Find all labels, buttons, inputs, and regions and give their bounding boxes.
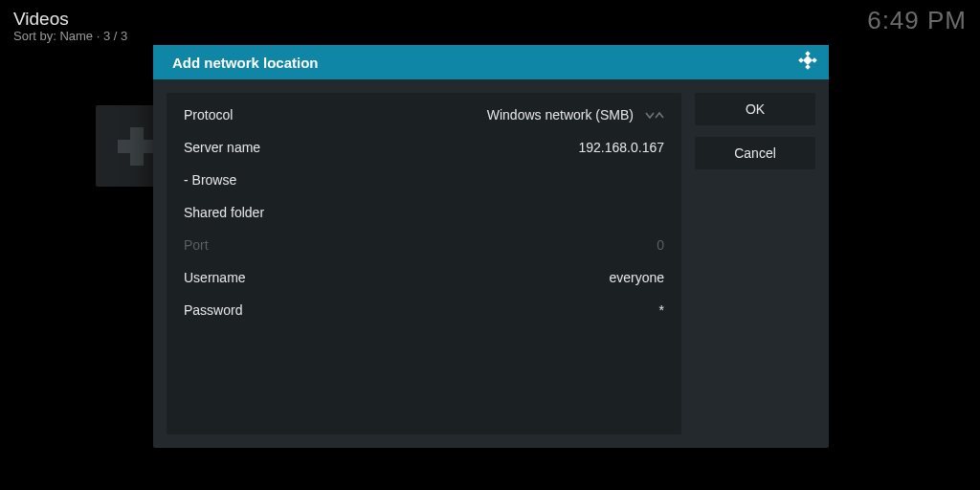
port-value: 0	[657, 237, 664, 253]
shared-folder-row[interactable]: Shared folder	[167, 196, 681, 229]
svg-rect-0	[805, 51, 811, 56]
dialog-button-panel: OK Cancel	[695, 93, 815, 434]
port-label: Port	[184, 237, 209, 253]
browse-row[interactable]: - Browse	[167, 164, 681, 196]
protocol-row[interactable]: Protocol Windows network (SMB)	[167, 99, 681, 131]
server-name-row[interactable]: Server name 192.168.0.167	[167, 131, 681, 164]
spinner-arrows-icon	[645, 110, 664, 120]
svg-rect-4	[803, 56, 813, 65]
shared-folder-label: Shared folder	[184, 205, 264, 220]
dialog-body: Protocol Windows network (SMB) Server na…	[153, 79, 829, 448]
cancel-button[interactable]: Cancel	[695, 137, 815, 169]
username-row[interactable]: Username everyone	[167, 261, 681, 294]
form-panel: Protocol Windows network (SMB) Server na…	[167, 93, 681, 434]
ok-button[interactable]: OK	[695, 93, 815, 125]
counter-sep: ·	[93, 29, 103, 43]
dialog-titlebar: Add network location	[153, 45, 829, 79]
port-row: Port 0	[167, 229, 681, 261]
svg-rect-1	[798, 57, 804, 63]
svg-rect-2	[812, 57, 817, 63]
background-title: Videos	[13, 10, 127, 29]
svg-rect-3	[805, 64, 811, 70]
password-value: *	[659, 302, 664, 318]
protocol-value: Windows network (SMB)	[487, 107, 634, 122]
username-label: Username	[184, 270, 246, 285]
protocol-label: Protocol	[184, 107, 233, 122]
server-name-value: 192.168.0.167	[578, 140, 664, 155]
sort-prefix: Sort by:	[13, 29, 59, 43]
background-subtitle: Sort by: Name · 3 / 3	[13, 29, 127, 43]
server-name-label: Server name	[184, 140, 260, 155]
plus-icon	[118, 127, 156, 166]
add-network-location-dialog: Add network location Protocol Windows ne…	[153, 45, 829, 448]
item-counter: 3 / 3	[103, 29, 127, 43]
dialog-title: Add network location	[172, 55, 319, 71]
username-value: everyone	[609, 270, 664, 285]
clock: 6:49 PM	[867, 6, 967, 35]
kodi-logo-icon	[798, 51, 817, 74]
background-header: Videos Sort by: Name · 3 / 3	[13, 10, 127, 43]
password-label: Password	[184, 302, 242, 318]
sort-field: Name	[59, 29, 93, 43]
browse-label: - Browse	[184, 172, 236, 188]
password-row[interactable]: Password *	[167, 294, 681, 326]
